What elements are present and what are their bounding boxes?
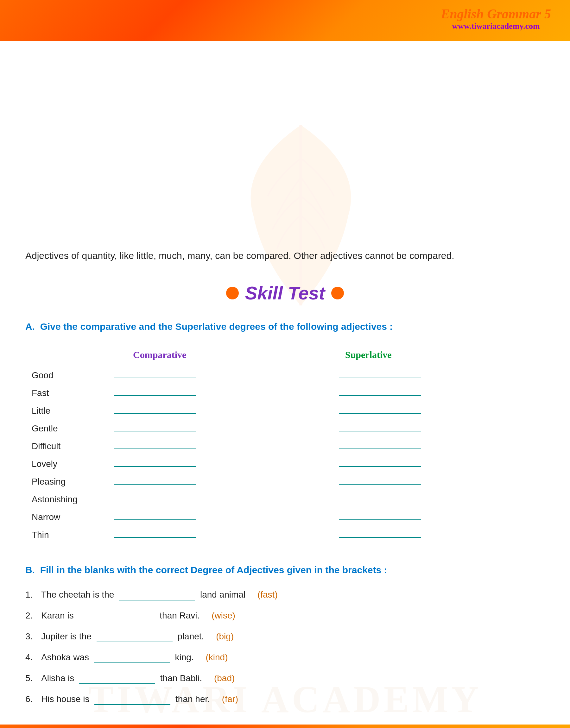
fill-hint: (big): [216, 632, 234, 641]
leaf-watermark: [222, 120, 380, 310]
table-row: Fast: [25, 384, 545, 402]
comparative-line[interactable]: [114, 431, 196, 432]
comparative-line[interactable]: [114, 502, 196, 502]
adj-superlative-cell: [320, 508, 545, 526]
superlative-line[interactable]: [339, 395, 421, 396]
item-text: Karan is than Ravi. (wise): [41, 611, 545, 621]
adj-comparative-cell: [95, 367, 320, 384]
adj-superlative-cell: [320, 384, 545, 402]
item-text: Alisha is than Babli. (bad): [41, 673, 545, 684]
skill-test-heading: Skill Test: [25, 282, 545, 303]
fill-blank-line[interactable]: [96, 632, 173, 642]
fill-hint: (wise): [212, 611, 235, 620]
adj-superlative-cell: [320, 438, 545, 455]
table-row: Thin: [25, 526, 545, 544]
adj-comparative-cell: [95, 420, 320, 438]
item-number: 2.: [25, 611, 41, 621]
th-comparative: Comparative: [95, 346, 320, 367]
fill-blank-line[interactable]: [119, 590, 195, 601]
superlative-line[interactable]: [339, 466, 421, 467]
table-row: Astonishing: [25, 491, 545, 508]
section-a-heading: A. Give the comparative and the Superlat…: [25, 319, 545, 333]
adjectives-table: Comparative Superlative Good Fast Little…: [25, 346, 545, 544]
superlative-line[interactable]: [339, 413, 421, 414]
comparative-line[interactable]: [114, 466, 196, 467]
main-content: TIWARI ACADEMY Adjectives of quantity, l…: [0, 41, 570, 728]
before-blank: The cheetah is the: [41, 590, 114, 600]
comparative-line[interactable]: [114, 395, 196, 396]
fill-blank-line[interactable]: [94, 652, 170, 663]
adj-word: Astonishing: [25, 491, 95, 508]
list-item: 2. Karan is than Ravi. (wise): [25, 611, 545, 621]
before-blank: Jupiter is the: [41, 632, 91, 641]
adj-superlative-cell: [320, 491, 545, 508]
section-a-label: A.: [25, 321, 35, 332]
th-word: [25, 346, 95, 367]
header-info: English Grammar 5 www.tiwariacademy.com: [441, 6, 551, 31]
table-row: Difficult: [25, 438, 545, 455]
comparative-line[interactable]: [114, 449, 196, 449]
header-title: English Grammar 5: [441, 6, 551, 22]
before-blank: His house is: [41, 694, 90, 704]
after-blank: than Babli.: [160, 673, 202, 683]
fill-blank-line[interactable]: [94, 694, 171, 705]
adj-comparative-cell: [95, 526, 320, 544]
bottom-banner: 8: [0, 725, 570, 728]
after-blank: planet.: [177, 632, 204, 641]
after-blank: than her.: [176, 694, 210, 704]
adj-superlative-cell: [320, 473, 545, 491]
table-row: Pleasing: [25, 473, 545, 491]
superlative-line[interactable]: [339, 431, 421, 432]
item-text: Jupiter is the planet. (big): [41, 632, 545, 642]
section-b-label: B.: [25, 565, 35, 575]
superlative-line[interactable]: [339, 378, 421, 378]
item-number: 1.: [25, 590, 41, 600]
superlative-line[interactable]: [339, 449, 421, 449]
adj-superlative-cell: [320, 526, 545, 544]
fill-blank-line[interactable]: [79, 611, 155, 621]
adj-word: Pleasing: [25, 473, 95, 491]
table-row: Narrow: [25, 508, 545, 526]
fill-hint: (bad): [214, 673, 235, 683]
adj-word: Thin: [25, 526, 95, 544]
adj-superlative-cell: [320, 455, 545, 473]
fill-hint: (far): [222, 694, 238, 704]
adj-superlative-cell: [320, 402, 545, 420]
superlative-line[interactable]: [339, 520, 421, 520]
before-blank: Ashoka was: [41, 652, 89, 662]
adj-word: Fast: [25, 384, 95, 402]
adj-word: Little: [25, 402, 95, 420]
table-row: Gentle: [25, 420, 545, 438]
item-text: The cheetah is the land animal (fast): [41, 590, 545, 601]
adj-superlative-cell: [320, 367, 545, 384]
comparative-line[interactable]: [114, 378, 196, 378]
comparative-line[interactable]: [114, 413, 196, 414]
table-row: Little: [25, 402, 545, 420]
comparative-line[interactable]: [114, 520, 196, 520]
superlative-line[interactable]: [339, 502, 421, 502]
adj-comparative-cell: [95, 508, 320, 526]
after-blank: king.: [175, 652, 194, 662]
adj-comparative-cell: [95, 384, 320, 402]
table-row: Good: [25, 367, 545, 384]
superlative-line[interactable]: [339, 537, 421, 538]
adj-comparative-cell: [95, 438, 320, 455]
fill-hint: (kind): [206, 652, 228, 662]
fill-blank-line[interactable]: [79, 673, 155, 684]
comparative-line[interactable]: [114, 537, 196, 538]
comparative-line[interactable]: [114, 484, 196, 485]
superlative-line[interactable]: [339, 484, 421, 485]
item-text: Ashoka was king. (kind): [41, 652, 545, 663]
fill-hint: (fast): [257, 590, 278, 600]
section-b: B. Fill in the blanks with the correct D…: [25, 563, 545, 705]
item-number: 4.: [25, 652, 41, 663]
top-banner: English Grammar 5 www.tiwariacademy.com: [0, 0, 570, 41]
table-row: Lovely: [25, 455, 545, 473]
list-item: 5. Alisha is than Babli. (bad): [25, 673, 545, 684]
fill-items-container: 1. The cheetah is the land animal (fast)…: [25, 590, 545, 705]
list-item: 3. Jupiter is the planet. (big): [25, 632, 545, 642]
section-b-heading: B. Fill in the blanks with the correct D…: [25, 563, 545, 577]
adj-word: Difficult: [25, 438, 95, 455]
list-item: 4. Ashoka was king. (kind): [25, 652, 545, 663]
adj-comparative-cell: [95, 402, 320, 420]
